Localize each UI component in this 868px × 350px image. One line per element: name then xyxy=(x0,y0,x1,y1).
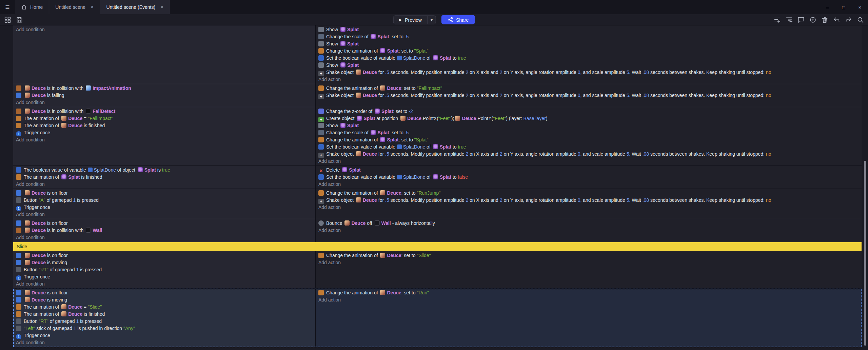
action-line[interactable]: Change the animation of Splat: set to "S… xyxy=(318,136,859,143)
scrollbar-thumb[interactable] xyxy=(864,161,866,346)
tab-untitled-scene-events[interactable]: Untitled scene (Events)× xyxy=(100,0,170,14)
condition-line[interactable]: The animation of Deuce = "FallImpact" xyxy=(16,115,313,122)
condition-line[interactable]: Deuce is on floor xyxy=(16,220,313,227)
conditions-column: Deuce is on floorDeuce is in collision w… xyxy=(13,219,316,242)
close-tab-icon[interactable]: × xyxy=(91,4,94,10)
boolean-value: no xyxy=(766,93,771,98)
event-row[interactable]: Deuce is on floorButton "A" of gamepad 1… xyxy=(13,189,862,219)
save-icon[interactable] xyxy=(16,16,23,23)
add-circle-icon[interactable] xyxy=(809,16,816,23)
action-line[interactable]: Change the animation of Deuce: set to "F… xyxy=(318,85,859,92)
condition-line[interactable]: The animation of Deuce = "Slide" xyxy=(16,304,313,311)
action-line[interactable]: Change the scale of Splat: set to .5 xyxy=(318,33,859,40)
action-line[interactable]: Show Splat xyxy=(318,122,859,129)
add-condition-link[interactable]: Add condition xyxy=(16,280,313,288)
action-line[interactable]: Create object Splat at position Deuce.Po… xyxy=(318,115,859,122)
action-line[interactable]: Shake object Deuce for .5 seconds. Modif… xyxy=(318,151,859,158)
add-action-link[interactable]: Add action xyxy=(318,158,859,165)
action-line[interactable]: Set the boolean value of variable SplatD… xyxy=(318,174,859,181)
event-row[interactable]: Deuce is in collision with ImpactAnimati… xyxy=(13,84,862,107)
undo-icon[interactable] xyxy=(833,16,840,23)
condition-line[interactable]: The boolean value of variable SplatDone … xyxy=(16,167,313,174)
action-line[interactable]: Bounce Deuce off Wall - always horizonta… xyxy=(318,220,859,227)
action-line[interactable]: Shake object Deuce for .5 seconds. Modif… xyxy=(318,197,859,204)
text-segment: , and scale amplitude xyxy=(580,197,626,203)
condition-line[interactable]: Button "RT" of gamepad 1 is pressed xyxy=(16,266,313,273)
event-row[interactable]: Deuce is in collision with FallDetectThe… xyxy=(13,107,862,166)
action-line[interactable]: Delete Splat xyxy=(318,167,859,174)
close-tab-icon[interactable]: × xyxy=(160,4,163,10)
minimize-window-button[interactable]: – xyxy=(819,0,835,14)
actions-column: Change the animation of Deuce: set to "R… xyxy=(316,289,862,347)
action-line[interactable]: Show Splat xyxy=(318,62,859,69)
condition-line[interactable]: Trigger once xyxy=(16,204,313,211)
condition-line[interactable]: The animation of Deuce is finished xyxy=(16,311,313,318)
action-line[interactable]: Change the animation of Deuce: set to "R… xyxy=(318,289,859,296)
add-comment-icon[interactable] xyxy=(797,16,805,23)
text-segment: : set to xyxy=(389,130,405,135)
condition-line[interactable]: Deuce is falling xyxy=(16,92,313,99)
add-condition-link[interactable]: Add condition xyxy=(16,339,313,346)
condition-line[interactable]: Deuce is in collision with Wall xyxy=(16,227,313,234)
event-row[interactable]: Deuce is on floorDeuce is in collision w… xyxy=(13,219,862,242)
event-row[interactable]: The boolean value of variable SplatDone … xyxy=(13,166,862,189)
condition-line[interactable]: The animation of Splat is finished xyxy=(16,174,313,181)
add-condition-link[interactable]: Add condition xyxy=(16,211,313,218)
add-action-link[interactable]: Add action xyxy=(318,76,859,83)
add-condition-link[interactable]: Add condition xyxy=(16,26,313,33)
panels-icon[interactable] xyxy=(4,16,11,23)
maximize-window-button[interactable]: □ xyxy=(835,0,852,14)
condition-line[interactable]: Deuce is on floor xyxy=(16,190,313,197)
search-icon[interactable] xyxy=(857,16,864,23)
action-line[interactable]: Show Splat xyxy=(318,40,859,47)
action-line[interactable]: Set the boolean value of variable SplatD… xyxy=(318,143,859,151)
action-line[interactable]: Change the animation of Deuce: set to "R… xyxy=(318,190,859,197)
action-line[interactable]: Shake object Deuce for .5 seconds. Modif… xyxy=(318,69,859,76)
add-action-link[interactable]: Add action xyxy=(318,204,859,211)
close-window-button[interactable]: × xyxy=(852,0,868,14)
add-action-link[interactable]: Add action xyxy=(318,227,859,234)
add-condition-link[interactable]: Add condition xyxy=(16,181,313,188)
action-line[interactable]: Change the scale of Splat: set to .5 xyxy=(318,129,859,136)
condition-line[interactable]: Deuce is moving xyxy=(16,296,313,304)
condition-line[interactable]: "Left" stick of gamepad 1 is pushed in d… xyxy=(16,325,313,332)
add-condition-link[interactable]: Add condition xyxy=(16,234,313,241)
event-row[interactable]: Deuce is on floorDeuce is movingButton "… xyxy=(13,251,862,289)
redo-icon[interactable] xyxy=(845,16,852,23)
preview-button[interactable]: ▶ Preview xyxy=(394,16,427,24)
add-action-link[interactable]: Add action xyxy=(318,259,859,266)
preview-options-button[interactable]: ▾ xyxy=(427,16,436,24)
comment-event[interactable]: Slide xyxy=(13,242,862,251)
condition-line[interactable]: Deuce is moving xyxy=(16,259,313,266)
action-line[interactable]: Change the z-order of Splat: set to -2 xyxy=(318,108,859,115)
condition-line[interactable]: Trigger once xyxy=(16,273,313,280)
hamburger-icon[interactable]: ≡ xyxy=(0,0,15,14)
tab-untitled-scene[interactable]: Untitled scene× xyxy=(49,0,100,14)
event-row[interactable]: Add conditionShow SplatChange the scale … xyxy=(13,25,862,84)
add-subevent-icon[interactable] xyxy=(786,16,793,23)
share-button[interactable]: Share xyxy=(441,15,475,24)
condition-line[interactable]: Button "A" of gamepad 1 is pressed xyxy=(16,197,313,204)
condition-line[interactable]: Deuce is on floor xyxy=(16,252,313,259)
action-line[interactable]: Shake object Deuce for .5 seconds. Modif… xyxy=(318,92,859,99)
condition-line[interactable]: Deuce is in collision with ImpactAnimati… xyxy=(16,85,313,92)
condition-line[interactable]: Button "RT" of gamepad 1 is pressed xyxy=(16,318,313,325)
action-line[interactable]: Set the boolean value of variable SplatD… xyxy=(318,55,859,62)
condition-line[interactable]: Deuce is on floor xyxy=(16,289,313,296)
add-action-link[interactable]: Add action xyxy=(318,181,859,188)
tab-home[interactable]: Home xyxy=(15,0,49,14)
action-line[interactable]: Change the animation of Deuce: set to "S… xyxy=(318,252,859,259)
condition-line[interactable]: Trigger once xyxy=(16,129,313,136)
add-event-icon[interactable] xyxy=(774,16,781,23)
trash-icon[interactable] xyxy=(821,16,828,23)
add-action-link[interactable]: Add action xyxy=(318,296,859,304)
add-condition-link[interactable]: Add condition xyxy=(16,99,313,106)
action-line[interactable]: Change the animation of Splat: set to "S… xyxy=(318,47,859,55)
text-segment: : set to xyxy=(401,190,417,196)
condition-line[interactable]: The animation of Deuce is finished xyxy=(16,122,313,129)
condition-line[interactable]: Trigger once xyxy=(16,332,313,339)
add-condition-link[interactable]: Add condition xyxy=(16,136,313,143)
action-line[interactable]: Show Splat xyxy=(318,26,859,33)
event-row[interactable]: Deuce is on floorDeuce is movingThe anim… xyxy=(13,289,862,347)
condition-line[interactable]: Deuce is in collision with FallDetect xyxy=(16,108,313,115)
